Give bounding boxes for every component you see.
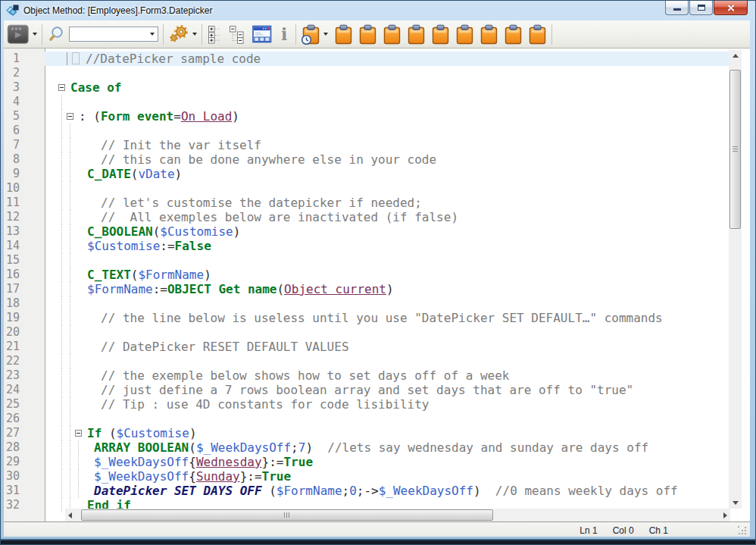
code-line[interactable]: 7// Init the var itself xyxy=(4,138,729,152)
code-token: ( xyxy=(153,224,161,239)
fold-guide-line xyxy=(70,268,70,282)
code-line[interactable]: 23// the exemple below shows how to set … xyxy=(4,368,729,383)
code-line[interactable]: 3Case of xyxy=(4,80,729,95)
fold-guide-line xyxy=(61,368,62,383)
search-combobox[interactable] xyxy=(69,27,158,42)
code-line[interactable]: 25// Tip : use 4D constants for code lis… xyxy=(4,397,729,412)
code-line[interactable]: 1//DatePicker sample code xyxy=(4,52,729,66)
scroll-down-arrow[interactable] xyxy=(733,501,739,505)
code-line[interactable]: 2 xyxy=(4,66,729,80)
code-line[interactable]: 16C_TEXT($FormName) xyxy=(4,268,729,282)
line-number: 21 xyxy=(4,340,45,354)
fold-collapse-toggle[interactable] xyxy=(75,430,82,437)
code-line[interactable]: 5: (Form event=On Load) xyxy=(4,109,729,124)
code-line[interactable]: 20 xyxy=(4,325,729,340)
code-token: : ( xyxy=(79,109,101,124)
clipboard-slot-8[interactable] xyxy=(504,24,523,45)
code-line[interactable]: 10 xyxy=(4,181,729,196)
fold-guide-line xyxy=(61,282,62,296)
clipboard-history-button[interactable] xyxy=(301,24,321,45)
clipboard-slot-5[interactable] xyxy=(431,24,450,45)
code-line[interactable]: 6 xyxy=(4,124,729,138)
fold-guide-line xyxy=(61,484,62,498)
execute-method-button[interactable] xyxy=(6,24,30,45)
search-dropdown-caret[interactable] xyxy=(150,33,155,36)
scroll-left-arrow[interactable] xyxy=(68,512,72,518)
close-button[interactable] xyxy=(714,1,748,15)
horizontal-scrollbar[interactable] xyxy=(65,509,730,522)
code-token: //lets say wednesday and sunday are days… xyxy=(313,440,648,455)
form-preview-button[interactable] xyxy=(251,25,273,43)
code-token: $_WeekDaysOff xyxy=(196,440,291,455)
expand-all-button[interactable] xyxy=(207,25,223,44)
maximize-button[interactable] xyxy=(689,1,713,15)
code-editor[interactable]: 1//DatePicker sample code23Case of45: (F… xyxy=(4,49,750,522)
fold-guide-line xyxy=(70,138,70,152)
code-line[interactable]: 22 xyxy=(4,354,729,368)
fold-collapse-toggle[interactable] xyxy=(58,84,65,91)
code-line[interactable]: 28ARRAY BOOLEAN($_WeekDaysOff;7) //lets … xyxy=(4,440,729,455)
scroll-right-arrow[interactable] xyxy=(723,512,727,518)
clipboard-slots xyxy=(334,24,547,45)
code-line[interactable]: 11// let's customise the datepicker if n… xyxy=(4,196,729,210)
search-input[interactable] xyxy=(70,28,150,40)
titlebar[interactable]: Object Method: [Employees].Form3.Datepic… xyxy=(1,1,755,20)
line-number: 19 xyxy=(4,311,45,325)
code-rows[interactable]: 1//DatePicker sample code23Case of45: (F… xyxy=(4,52,729,512)
properties-dropdown-caret[interactable] xyxy=(192,33,197,36)
code-line[interactable]: 21// DatePicker RESET DEFAULT VALUES xyxy=(4,340,729,354)
clipboard-slot-9[interactable] xyxy=(528,24,547,45)
fold-guide-line xyxy=(70,167,70,181)
code-line[interactable]: 15 xyxy=(4,253,729,268)
code-token: { xyxy=(189,469,196,484)
code-token: ( xyxy=(276,282,284,296)
code-line[interactable]: 17$FormName:=OBJECT Get name(Object curr… xyxy=(4,282,729,296)
execute-dropdown-caret[interactable] xyxy=(33,33,37,36)
scroll-up-arrow[interactable] xyxy=(733,54,739,58)
code-line[interactable]: 8// this can be done anywhere else in yo… xyxy=(4,152,729,167)
info-icon: i xyxy=(278,27,290,42)
code-line[interactable]: 19// the line below is useless until you… xyxy=(4,311,729,325)
horizontal-scroll-thumb[interactable] xyxy=(81,509,493,521)
resize-grip[interactable] xyxy=(738,526,748,536)
fold-guide-line xyxy=(70,440,70,455)
code-token: $Customise xyxy=(87,239,160,253)
code-line[interactable]: 18 xyxy=(4,296,729,311)
code-line[interactable]: 30$_WeekDaysOff{Sunday}:=True xyxy=(4,469,729,484)
line-number: 24 xyxy=(4,383,45,397)
code-token: ) xyxy=(175,167,183,181)
code-line[interactable]: 31DatePicker SET DAYS OFF ($FormName;0;-… xyxy=(4,484,729,498)
form-preview-icon xyxy=(252,25,272,43)
clipboard-slot-3[interactable] xyxy=(383,24,401,45)
vertical-scroll-thumb[interactable] xyxy=(729,70,741,229)
clipboard-history-caret[interactable] xyxy=(323,33,328,36)
toolbar-separator xyxy=(551,24,552,45)
gears-icon xyxy=(169,25,189,43)
code-line[interactable]: 24// just define a 7 rows boolean array … xyxy=(4,383,729,397)
collapse-all-button[interactable] xyxy=(228,25,246,44)
code-token: ) xyxy=(386,282,394,296)
vertical-scrollbar[interactable] xyxy=(729,50,742,509)
code-line[interactable]: 27If ($Customise) xyxy=(4,426,729,440)
code-line[interactable]: 29$_WeekDaysOff{Wednesday}:=True xyxy=(4,455,729,469)
clipboard-slot-1[interactable] xyxy=(334,24,353,45)
code-line[interactable]: 13C_BOOLEAN($Customise) xyxy=(4,224,729,239)
clipboard-slot-7[interactable] xyxy=(480,24,498,45)
code-line[interactable]: 9C_DATE(vDate) xyxy=(4,167,729,181)
minimize-button[interactable] xyxy=(665,1,689,15)
code-line[interactable]: 12// All exemples below are inactivated … xyxy=(4,210,729,224)
line-number: 20 xyxy=(4,325,45,340)
code-line[interactable]: 4 xyxy=(4,95,729,109)
clipboard-slot-6[interactable] xyxy=(455,24,474,45)
method-properties-button[interactable] xyxy=(168,25,190,43)
code-token: ) xyxy=(233,224,241,239)
code-token: { xyxy=(189,455,196,469)
fold-guide-line xyxy=(78,455,79,469)
clipboard-slot-4[interactable] xyxy=(407,24,426,45)
fold-collapse-toggle[interactable] xyxy=(67,113,73,120)
line-number: 11 xyxy=(4,196,45,210)
code-line[interactable]: 14$Customise:=False xyxy=(4,239,729,253)
code-line[interactable]: 26 xyxy=(4,412,729,426)
clipboard-slot-2[interactable] xyxy=(358,24,377,45)
info-button[interactable]: i xyxy=(277,27,291,42)
